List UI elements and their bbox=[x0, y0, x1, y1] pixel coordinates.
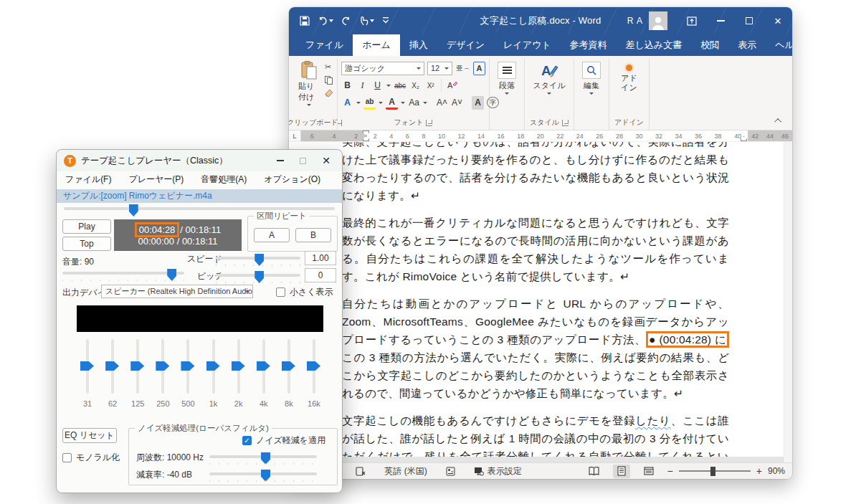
paragraph[interactable]: 最終的これが一番クリティカルな問題になると思うんですけれども、文字数が長くなると… bbox=[342, 214, 729, 285]
styles-button[interactable]: A スタイル bbox=[528, 60, 570, 97]
seek-thumb[interactable] bbox=[129, 204, 138, 217]
tab-home[interactable]: ホーム bbox=[353, 34, 400, 56]
paragraph-caret[interactable] bbox=[505, 92, 509, 95]
touch-mode-button[interactable] bbox=[359, 16, 374, 26]
player-minimize-button[interactable] bbox=[277, 160, 284, 161]
eq-slider-track[interactable] bbox=[313, 339, 315, 394]
undo-dropdown-caret[interactable] bbox=[329, 19, 333, 22]
paragraph-button[interactable]: 段落 bbox=[493, 60, 520, 97]
eq-band[interactable]: 16k bbox=[305, 338, 323, 409]
eq-slider-thumb[interactable] bbox=[130, 361, 144, 371]
font-size-select[interactable]: 12 bbox=[427, 62, 452, 75]
noise-apply-checkbox[interactable]: ✓ bbox=[242, 436, 252, 445]
print-layout-button[interactable] bbox=[613, 465, 630, 478]
user-initials[interactable]: R A bbox=[627, 16, 643, 26]
tab-layout[interactable]: レイアウト bbox=[494, 34, 561, 56]
eq-slider-thumb[interactable] bbox=[181, 361, 194, 371]
format-painter-button[interactable] bbox=[325, 89, 333, 98]
read-mode-button[interactable] bbox=[586, 465, 603, 478]
tab-review[interactable]: 校閲 bbox=[691, 34, 728, 56]
zoom-slider-thumb[interactable] bbox=[710, 467, 715, 476]
ribbon-display-options-button[interactable] bbox=[677, 7, 706, 34]
change-case-caret[interactable] bbox=[423, 102, 427, 104]
eq-slider-track[interactable] bbox=[237, 339, 240, 394]
highlight-caret[interactable] bbox=[379, 102, 383, 104]
ruby-button[interactable]: 亜⌒ bbox=[455, 62, 470, 75]
eq-band[interactable]: 125 bbox=[128, 338, 147, 409]
frequency-slider[interactable] bbox=[209, 455, 317, 458]
font-dialog-launcher[interactable] bbox=[426, 120, 432, 126]
character-shading-button[interactable]: A bbox=[472, 96, 484, 110]
document-area[interactable]: 実際、文字起こしというものは、話者が分かれないので、実際に話者を分けた上で議事録… bbox=[289, 142, 792, 462]
eq-slider-thumb[interactable] bbox=[232, 361, 245, 371]
tab-mailings[interactable]: 差し込み文書 bbox=[617, 34, 692, 56]
proofing-errors-icon[interactable] bbox=[356, 467, 366, 476]
copy-button[interactable] bbox=[325, 76, 333, 85]
small-view-checkbox[interactable] bbox=[276, 287, 285, 297]
pitch-slider[interactable] bbox=[216, 274, 300, 277]
eq-slider-track[interactable] bbox=[287, 339, 290, 394]
eq-slider-track[interactable] bbox=[212, 339, 215, 394]
eq-slider-thumb[interactable] bbox=[105, 361, 119, 371]
tab-view[interactable]: 表示 bbox=[728, 34, 766, 56]
underline-button[interactable]: U bbox=[371, 79, 384, 92]
eq-band[interactable]: 2k bbox=[229, 338, 248, 409]
document-text[interactable]: 実際、文字起こしというものは、話者が分かれないので、実際に話者を分けた上で議事録… bbox=[342, 142, 729, 462]
grow-font-button[interactable]: A˄ bbox=[436, 96, 448, 110]
menu-item[interactable]: プレーヤー(P) bbox=[128, 173, 184, 186]
font-color-caret[interactable] bbox=[401, 102, 405, 104]
speed-slider[interactable] bbox=[216, 257, 300, 260]
repeat-b-button[interactable]: B bbox=[295, 228, 331, 242]
noise-apply-option[interactable]: ✓ ノイズ軽減を適用 bbox=[242, 434, 325, 447]
tab-insert[interactable]: 挿入 bbox=[400, 34, 437, 56]
menu-item[interactable]: オプション(O) bbox=[264, 173, 320, 186]
font-name-select[interactable]: 游ゴシック bbox=[341, 62, 424, 75]
styles-caret[interactable] bbox=[547, 92, 551, 95]
seek-track[interactable] bbox=[64, 207, 335, 210]
repeat-a-button[interactable]: A bbox=[254, 228, 290, 242]
eq-slider-thumb[interactable] bbox=[80, 361, 94, 371]
touch-mode-caret[interactable] bbox=[370, 19, 374, 22]
eq-slider-track[interactable] bbox=[161, 339, 164, 394]
change-case-button[interactable]: Aa bbox=[408, 96, 420, 110]
eq-reset-button[interactable]: EQ リセット bbox=[62, 428, 117, 443]
paste-caret[interactable] bbox=[307, 104, 311, 106]
speed-value[interactable]: 1.00 bbox=[305, 251, 336, 265]
redo-button[interactable] bbox=[341, 16, 351, 26]
italic-button[interactable]: I bbox=[356, 79, 368, 92]
minimize-button[interactable] bbox=[706, 7, 735, 34]
eq-slider-thumb[interactable] bbox=[206, 361, 220, 371]
phonetic-eraser-button[interactable]: A bbox=[446, 79, 458, 92]
menu-item[interactable]: 音響処理(A) bbox=[201, 173, 247, 186]
tab-help[interactable]: ヘルプ bbox=[766, 34, 792, 56]
small-view-option[interactable]: 小さく表示 bbox=[276, 286, 333, 298]
top-button[interactable]: Top bbox=[62, 237, 111, 251]
menu-item[interactable]: ファイル(F) bbox=[65, 173, 111, 186]
cut-button[interactable]: ✂ bbox=[325, 62, 333, 72]
eq-slider-track[interactable] bbox=[111, 339, 114, 394]
styles-dialog-launcher[interactable] bbox=[562, 120, 569, 126]
mono-option[interactable]: モノラル化 bbox=[62, 452, 120, 464]
player-close-button[interactable]: ✕ bbox=[322, 156, 330, 166]
maximize-button[interactable] bbox=[735, 7, 764, 34]
eq-slider-track[interactable] bbox=[86, 339, 89, 394]
eq-slider-thumb[interactable] bbox=[156, 361, 169, 371]
paragraph[interactable]: 文字起こしの機能もあるんですけどもさらにデモを登録したり、ここは誰が話した、誰が… bbox=[342, 412, 729, 462]
eq-slider-thumb[interactable] bbox=[282, 361, 295, 371]
tab-stop-selector[interactable]: L bbox=[289, 130, 301, 141]
eq-band[interactable]: 4k bbox=[255, 338, 273, 409]
language-status[interactable]: 英語 (米国) bbox=[384, 465, 427, 477]
save-icon[interactable] bbox=[300, 16, 310, 26]
shrink-font-button[interactable]: A˅ bbox=[451, 96, 463, 110]
text-effects-button[interactable]: A bbox=[341, 96, 353, 110]
output-device-select[interactable]: スピーカー (Realtek High Definition Audio(SST bbox=[101, 285, 253, 298]
eq-slider-thumb[interactable] bbox=[307, 361, 320, 371]
eq-slider-track[interactable] bbox=[136, 339, 139, 394]
qat-overflow-button[interactable] bbox=[382, 16, 389, 25]
eq-band[interactable]: 31 bbox=[78, 338, 97, 409]
zoom-in-button[interactable]: + bbox=[756, 466, 762, 476]
eq-band[interactable]: 500 bbox=[179, 338, 197, 409]
eq-band[interactable]: 250 bbox=[153, 338, 172, 409]
web-layout-button[interactable] bbox=[640, 465, 657, 478]
undo-button[interactable] bbox=[318, 16, 333, 26]
